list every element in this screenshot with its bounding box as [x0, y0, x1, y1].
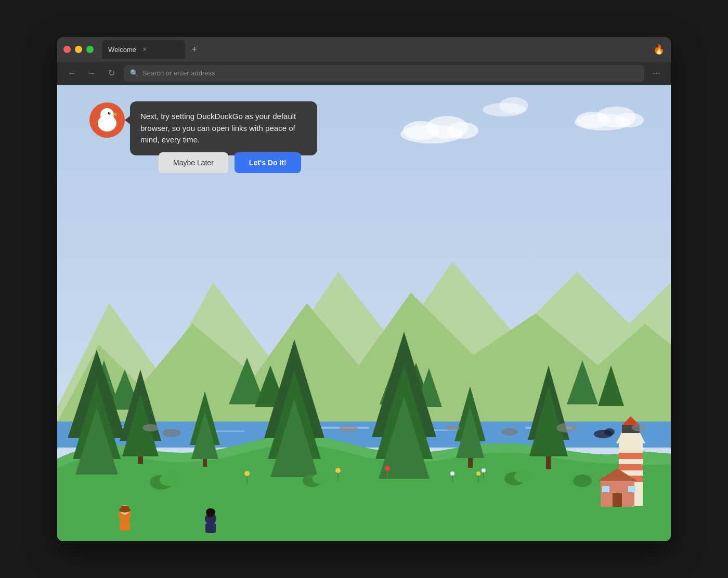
svg-rect-109 [103, 119, 111, 124]
duckduckgo-logo [88, 101, 126, 139]
tab-close-icon[interactable]: × [140, 45, 149, 54]
active-tab[interactable]: Welcome × [102, 40, 185, 59]
buttons-row: Maybe Later Let's Do It! [159, 152, 301, 173]
traffic-lights [63, 46, 94, 53]
new-tab-button[interactable]: + [187, 42, 202, 57]
menu-button[interactable]: ··· [649, 65, 664, 81]
forward-button[interactable]: → [84, 66, 99, 81]
lets-do-it-button[interactable]: Let's Do It! [235, 152, 301, 173]
title-bar-right: 🔥 [653, 44, 665, 55]
page-content: Next, try setting DuckDuckGo as your def… [57, 85, 671, 541]
toolbar: ← → ↻ 🔍 Search or enter address ··· [57, 62, 671, 85]
flame-icon[interactable]: 🔥 [653, 44, 665, 55]
address-bar[interactable]: 🔍 Search or enter address [124, 65, 644, 82]
address-text: Search or enter address [142, 69, 215, 77]
maximize-button[interactable] [86, 46, 94, 53]
speech-bubble: Next, try setting DuckDuckGo as your def… [130, 101, 317, 155]
tabs-area: Welcome × + [102, 40, 653, 59]
prompt-message: Next, try setting DuckDuckGo as your def… [140, 112, 296, 144]
reload-button[interactable]: ↻ [104, 66, 119, 81]
back-button[interactable]: ← [64, 66, 79, 81]
close-button[interactable] [63, 46, 71, 53]
tab-title: Welcome [108, 46, 136, 54]
browser-window: Welcome × + 🔥 ← → ↻ 🔍 Search or enter ad… [57, 37, 671, 541]
maybe-later-button[interactable]: Maybe Later [159, 152, 228, 173]
svg-point-107 [109, 112, 110, 113]
search-icon: 🔍 [130, 69, 138, 77]
svg-point-106 [108, 112, 111, 115]
prompt-container: Next, try setting DuckDuckGo as your def… [88, 101, 317, 155]
title-bar: Welcome × + 🔥 [57, 37, 671, 62]
minimize-button[interactable] [75, 46, 82, 53]
